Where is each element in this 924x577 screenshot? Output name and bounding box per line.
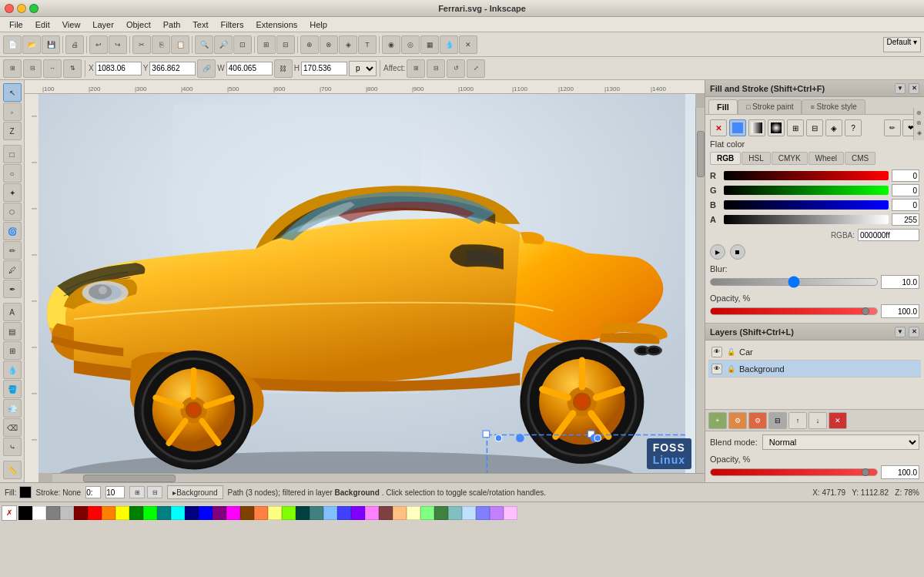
palette-color-swatch[interactable] <box>254 506 268 520</box>
palette-color-swatch[interactable] <box>420 506 434 520</box>
menu-file[interactable]: File <box>3 18 29 31</box>
palette-color-swatch[interactable] <box>490 506 504 520</box>
redo-icon[interactable]: ↪ <box>109 35 127 54</box>
palette-color-swatch[interactable] <box>462 506 476 520</box>
menu-help[interactable]: Help <box>303 18 333 31</box>
scrollbar-horizontal[interactable] <box>52 473 705 482</box>
zoom-tool[interactable]: Z <box>3 122 22 140</box>
rgba-input[interactable] <box>858 229 919 241</box>
car-visibility-toggle[interactable]: 👁 <box>711 347 722 357</box>
palette-color-swatch[interactable] <box>18 506 32 520</box>
palette-color-swatch[interactable] <box>226 506 240 520</box>
print-icon[interactable]: 🖨 <box>65 35 84 54</box>
palette-color-swatch[interactable] <box>240 506 254 520</box>
panel-close-btn[interactable]: ✕ <box>909 83 919 94</box>
palette-color-swatch[interactable] <box>434 506 448 520</box>
palette-color-swatch[interactable] <box>32 506 46 520</box>
zoom-fit-icon[interactable]: ⊡ <box>233 35 252 54</box>
snap2-icon[interactable]: ⊗ <box>320 35 338 54</box>
palette-color-swatch[interactable] <box>379 506 393 520</box>
close-tb-icon[interactable]: ✕ <box>459 35 477 54</box>
palette-color-swatch[interactable] <box>351 506 365 520</box>
layer-row-car[interactable]: 👁 🔓 Car <box>708 344 921 361</box>
palette-color-swatch[interactable] <box>102 506 116 520</box>
scroll-thumb-h[interactable] <box>83 475 176 482</box>
a-input[interactable] <box>892 213 919 226</box>
g-input[interactable] <box>892 184 919 196</box>
text-tool[interactable]: A <box>3 303 22 321</box>
layers-opacity-input[interactable] <box>881 465 919 479</box>
menu-text[interactable]: Text <box>186 18 214 31</box>
palette-color-swatch[interactable] <box>157 506 171 520</box>
select-tool[interactable]: ↖ <box>3 83 22 102</box>
snap-btn-2[interactable]: ⊗ <box>915 119 924 129</box>
lock-aspect-icon[interactable]: 🔗 <box>197 59 216 78</box>
view-dropdown[interactable]: Default ▾ <box>883 37 921 52</box>
delete-layer-btn[interactable]: ✕ <box>829 412 847 429</box>
node-tool[interactable]: ⬦ <box>3 102 22 121</box>
fill-icon[interactable]: ◉ <box>382 35 400 54</box>
layer-down-btn[interactable]: ↓ <box>808 412 827 429</box>
w-input[interactable]: 406.065 <box>226 62 273 75</box>
layer-action2-btn[interactable]: ⚙ <box>748 412 767 429</box>
pattern-btn[interactable]: ⊟ <box>806 119 823 136</box>
scrollbar-vertical[interactable] <box>695 108 705 473</box>
tab-stroke-paint[interactable]: □ Stroke paint <box>738 99 802 114</box>
copy-icon[interactable]: ⎘ <box>152 35 170 54</box>
palette-color-swatch[interactable] <box>448 506 462 520</box>
palette-color-swatch[interactable] <box>213 506 226 520</box>
palette-color-swatch[interactable] <box>310 506 323 520</box>
tab-rgb[interactable]: RGB <box>710 152 741 165</box>
affect-rot-icon[interactable]: ↺ <box>447 59 465 78</box>
tab-hsl[interactable]: HSL <box>742 152 770 165</box>
blend-mode-select[interactable]: Normal Multiply Screen Overlay Darken Li… <box>762 434 919 450</box>
size-value-input[interactable] <box>105 486 125 498</box>
layer-row-background[interactable]: 👁 🔓 Background <box>708 361 921 377</box>
text-icon[interactable]: T <box>358 35 377 54</box>
palette-color-swatch[interactable] <box>185 506 199 520</box>
y-input[interactable]: 366.862 <box>149 62 196 75</box>
affect-pos-icon[interactable]: ⊞ <box>407 59 425 78</box>
affect-skew-icon[interactable]: ⤢ <box>467 59 485 78</box>
radial-grad-btn[interactable] <box>768 119 785 136</box>
close-button[interactable] <box>5 4 14 13</box>
nodes-icon[interactable]: ◈ <box>339 35 357 54</box>
blur-input[interactable] <box>881 275 919 289</box>
menu-edit[interactable]: Edit <box>29 18 56 31</box>
blur-slider[interactable] <box>710 278 878 286</box>
menu-layer[interactable]: Layer <box>86 18 120 31</box>
maximize-button[interactable] <box>29 4 38 13</box>
palette-color-swatch[interactable] <box>323 506 337 520</box>
menu-extensions[interactable]: Extensions <box>249 18 303 31</box>
palette-color-swatch[interactable] <box>143 506 157 520</box>
palette-color-swatch[interactable] <box>74 506 88 520</box>
select-touch-icon[interactable]: ⊟ <box>23 59 42 78</box>
snap-btn-1[interactable]: ⊕ <box>915 109 924 119</box>
canvas-content[interactable]: FOSSLinux <box>38 94 705 482</box>
menu-object[interactable]: Object <box>120 18 157 31</box>
star-tool[interactable]: ✦ <box>3 183 22 202</box>
callig-tool[interactable]: ✒ <box>3 280 22 298</box>
palette-color-swatch[interactable] <box>171 506 185 520</box>
new-icon[interactable]: 📄 <box>3 35 22 54</box>
tab-wheel[interactable]: Wheel <box>808 152 844 165</box>
palette-color-swatch[interactable] <box>393 506 407 520</box>
cut-icon[interactable]: ✂ <box>132 35 151 54</box>
palette-color-swatch[interactable] <box>268 506 282 520</box>
swatch-btn[interactable]: ◈ <box>825 119 842 136</box>
minimize-button[interactable] <box>17 4 26 13</box>
size-input[interactable] <box>85 486 101 498</box>
layer-indicator[interactable]: ▸Background <box>167 485 223 499</box>
layer-action1-btn[interactable]: ⚙ <box>728 412 747 429</box>
status-btn-2[interactable]: ⊟ <box>147 486 162 498</box>
snap-icon[interactable]: ⊕ <box>300 35 319 54</box>
prev-play-btn[interactable]: ▶ <box>710 244 725 260</box>
connector-tool[interactable]: ⤷ <box>3 438 22 456</box>
layer-up-btn[interactable]: ↑ <box>788 412 807 429</box>
x-input[interactable]: 1083.06 <box>95 62 142 75</box>
tab-cmyk[interactable]: CMYK <box>772 152 808 165</box>
prev-stop-btn[interactable]: ⏹ <box>730 244 745 260</box>
dropper-tool[interactable]: 💧 <box>3 361 22 379</box>
ellipse-tool[interactable]: ○ <box>3 164 22 183</box>
layers-collapse-btn[interactable]: ▼ <box>895 327 906 337</box>
